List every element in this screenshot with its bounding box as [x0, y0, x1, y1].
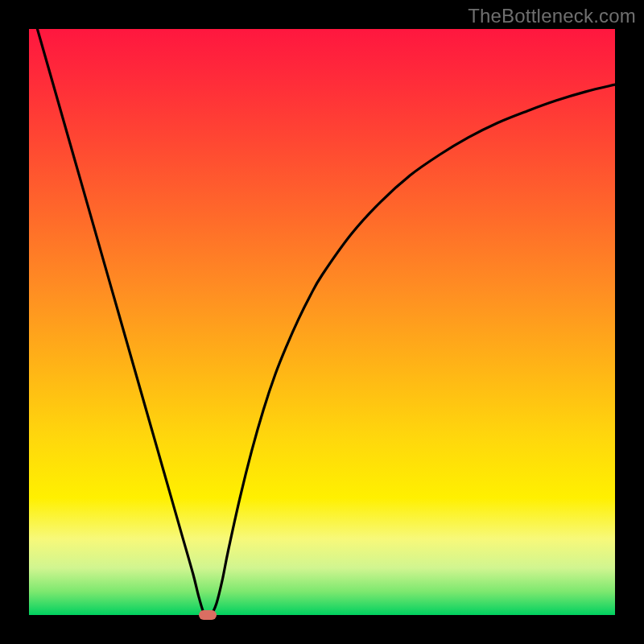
curve-path	[29, 29, 615, 615]
watermark-text: TheBottleneck.com	[468, 5, 636, 27]
chart-frame: TheBottleneck.com	[0, 0, 644, 644]
bottleneck-curve	[29, 29, 615, 615]
optimal-marker	[199, 610, 217, 620]
plot-area	[29, 29, 615, 615]
